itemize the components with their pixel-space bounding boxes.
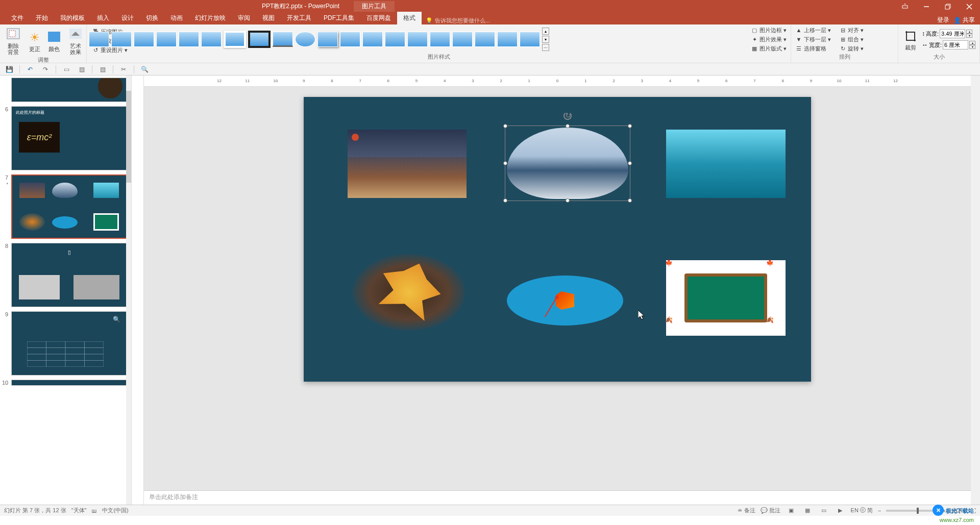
style-item[interactable]: [475, 32, 495, 47]
undo-icon[interactable]: ↶: [25, 64, 35, 74]
slideshow-view-icon[interactable]: ▶: [835, 506, 846, 515]
tab-pdf[interactable]: PDF工具集: [317, 12, 360, 24]
comments-toggle[interactable]: 💬 批注: [761, 507, 780, 514]
tab-baidu[interactable]: 百度网盘: [360, 12, 397, 24]
sorter-view-icon[interactable]: ▦: [802, 506, 813, 515]
rotate-handle-icon[interactable]: [564, 112, 572, 120]
slide-thumb-5[interactable]: [11, 78, 127, 102]
style-item[interactable]: [179, 32, 199, 47]
slides-panel[interactable]: 6 此处照片的标题 ε=mc² 7* 8 ▯: [0, 76, 132, 505]
qat-btn[interactable]: ▤: [77, 64, 87, 74]
tell-me-input[interactable]: 💡 告诉我您想要做什么...: [422, 17, 937, 24]
minimize-icon[interactable]: [916, 0, 937, 13]
height-spinner[interactable]: ↕ 高度: ▴▾: [922, 29, 975, 38]
tab-design[interactable]: 设计: [115, 12, 140, 24]
style-item[interactable]: [340, 32, 360, 47]
qat-btn[interactable]: ✂: [118, 64, 129, 74]
resize-handle[interactable]: [503, 198, 507, 203]
tab-transitions[interactable]: 切换: [140, 12, 164, 24]
slide-thumb-10[interactable]: [11, 380, 127, 386]
resize-handle[interactable]: [628, 124, 632, 128]
image-leaf[interactable]: [353, 254, 465, 331]
save-icon[interactable]: 💾: [4, 64, 14, 74]
gallery-expand[interactable]: ▴▾⋯: [542, 28, 550, 51]
vertical-scrollbar[interactable]: [971, 76, 980, 505]
style-item[interactable]: [430, 32, 450, 47]
close-icon[interactable]: [959, 0, 980, 13]
style-item[interactable]: [201, 32, 222, 47]
resize-handle[interactable]: [503, 161, 507, 165]
zoom-value[interactable]: 132%: [951, 508, 965, 514]
notes-toggle[interactable]: ≐ 备注: [738, 507, 755, 514]
style-item[interactable]: [362, 32, 383, 47]
resize-handle[interactable]: [566, 124, 570, 128]
qat-btn[interactable]: 🔍: [139, 64, 150, 74]
resize-handle[interactable]: [566, 198, 570, 203]
slide-canvas[interactable]: 🍁 🍁 🍂 🍂: [304, 97, 811, 382]
notes-area[interactable]: 单击此处添加备注: [144, 490, 971, 505]
tab-format[interactable]: 格式: [397, 12, 422, 24]
login-link[interactable]: 登录: [937, 16, 949, 24]
tab-slideshow[interactable]: 幻灯片放映: [189, 12, 232, 24]
style-item[interactable]: [224, 31, 246, 48]
style-item[interactable]: [520, 32, 540, 47]
ribbon-opts-icon[interactable]: [894, 0, 916, 13]
resize-handle[interactable]: [628, 198, 632, 203]
tab-animations[interactable]: 动画: [164, 12, 189, 24]
style-item[interactable]: [407, 32, 428, 47]
tab-insert[interactable]: 插入: [91, 12, 115, 24]
panel-scrollbar[interactable]: [126, 76, 131, 505]
resize-handle[interactable]: [503, 124, 507, 128]
remove-bg-button[interactable]: 删除背景: [2, 26, 24, 56]
style-item[interactable]: [385, 32, 405, 47]
style-item[interactable]: [295, 32, 315, 47]
width-spinner[interactable]: ↔ 宽度: ▴▾: [922, 40, 975, 49]
language-info[interactable]: 中文(中国): [102, 507, 128, 514]
style-item[interactable]: [89, 32, 109, 47]
tab-file[interactable]: 文件: [5, 12, 30, 24]
qat-btn[interactable]: ▭: [61, 64, 71, 74]
zoom-slider[interactable]: [886, 510, 937, 512]
crop-button[interactable]: 裁剪: [900, 27, 921, 52]
tab-view[interactable]: 视图: [256, 12, 281, 24]
zoom-out-icon[interactable]: −: [878, 508, 881, 514]
zoom-in-icon[interactable]: +: [942, 508, 945, 514]
style-item[interactable]: [134, 32, 154, 47]
pic-effects-button[interactable]: ✦图片效果 ▾: [749, 35, 789, 44]
ime-indicator[interactable]: EN 🄋 简: [851, 507, 873, 514]
picture-styles-gallery[interactable]: ▴▾⋯: [89, 28, 745, 51]
tab-developer[interactable]: 开发工具: [281, 12, 317, 24]
align-button[interactable]: ⊟对齐 ▾: [837, 26, 866, 35]
bring-forward-button[interactable]: ▲上移一层 ▾: [793, 26, 833, 35]
redo-icon[interactable]: ↷: [40, 64, 51, 74]
rotate-button[interactable]: ↻旋转 ▾: [837, 44, 866, 53]
style-item[interactable]: [497, 32, 518, 47]
image-mountain-selected[interactable]: [507, 128, 628, 199]
send-backward-button[interactable]: ▼下移一层 ▾: [793, 35, 833, 44]
style-item[interactable]: [111, 32, 132, 47]
height-input[interactable]: [940, 29, 965, 38]
artistic-button[interactable]: 艺术效果: [64, 26, 87, 56]
share-button[interactable]: 👤共享: [953, 16, 975, 24]
fit-window-icon[interactable]: ⛶: [970, 508, 976, 514]
slide-thumb-8[interactable]: ▯: [11, 243, 127, 307]
tab-home[interactable]: 开始: [30, 12, 54, 24]
pic-border-button[interactable]: ▢图片边框 ▾: [749, 26, 789, 35]
canvas-area[interactable]: 🍁 🍁 🍂 🍂: [144, 87, 971, 490]
slide-thumb-7[interactable]: [11, 174, 127, 239]
image-beach[interactable]: [666, 130, 786, 198]
lang-btn[interactable]: 🖭: [91, 508, 97, 514]
style-item[interactable]: [248, 31, 271, 48]
tab-templates[interactable]: 我的模板: [54, 12, 91, 24]
style-item[interactable]: [156, 32, 177, 47]
resize-handle[interactable]: [628, 161, 632, 165]
tab-review[interactable]: 审阅: [232, 12, 256, 24]
normal-view-icon[interactable]: ▣: [786, 506, 797, 515]
pic-layout-button[interactable]: ▦图片版式 ▾: [749, 44, 789, 53]
slide-thumb-9[interactable]: 🔍: [11, 311, 127, 376]
style-item[interactable]: [452, 32, 473, 47]
style-item[interactable]: [273, 32, 293, 47]
selection-pane-button[interactable]: ☰选择窗格: [793, 44, 833, 53]
image-cityscape[interactable]: [348, 130, 467, 198]
slide-thumb-6[interactable]: 此处照片的标题 ε=mc²: [11, 106, 127, 170]
